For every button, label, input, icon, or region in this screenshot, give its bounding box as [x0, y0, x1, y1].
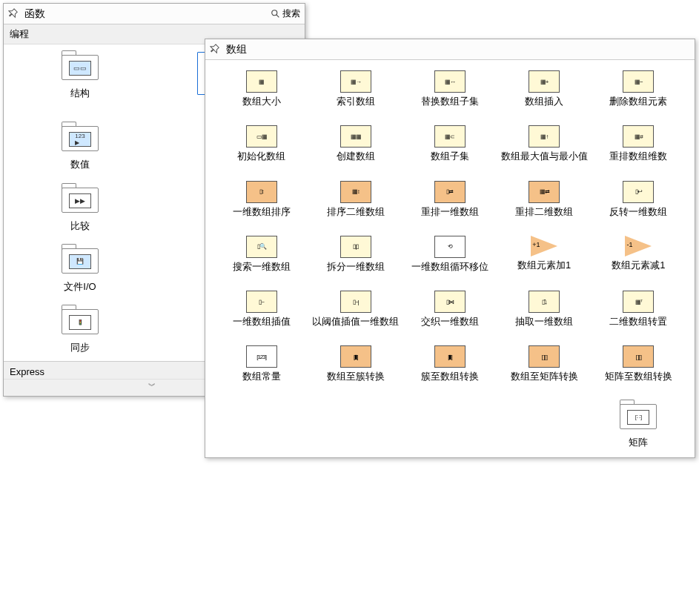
category-label: 文件I/O — [64, 281, 96, 293]
function-label: 数组子集 — [431, 150, 469, 162]
function-icon: ▦+ — [529, 70, 560, 93]
function-item[interactable]: ▦↔替换数组子集 — [404, 70, 496, 107]
category-label: 结构 — [70, 87, 90, 99]
function-item[interactable]: [▮]簇至数组转换 — [404, 345, 496, 382]
function-icon: ▦↔ — [434, 70, 466, 93]
function-item[interactable]: ▯~|以阈值插值一维数组 — [310, 291, 402, 328]
function-item[interactable]: ▦数组大小 — [216, 70, 308, 107]
function-icon: ▦⇄ — [529, 181, 560, 203]
function-label: 数组至簇转换 — [327, 371, 385, 382]
function-label: 重排二维数组 — [515, 206, 573, 218]
panel-header: 函数 搜索 — [4, 4, 305, 24]
function-label: 初始化数组 — [237, 150, 285, 162]
function-item[interactable]: [ ][ ]矩阵至数组转换 — [592, 345, 684, 382]
svg-line-1 — [276, 14, 279, 17]
function-item[interactable]: [▮]数组至簇转换 — [310, 345, 402, 382]
function-icon: ▦▦ — [340, 125, 371, 148]
category-item[interactable]: ▶▶比较 — [39, 185, 121, 232]
function-label: 搜索一维数组 — [233, 261, 291, 273]
folder-icon: 🚦 — [60, 306, 100, 339]
function-item[interactable]: ▦↑数组最大值与最小值 — [498, 125, 590, 162]
function-grid: ▦数组大小▦→索引数组▦↔替换数组子集▦+数组插入▦−删除数组元素▭▦初始化数组… — [205, 60, 695, 457]
function-icon: ▦↑ — [529, 125, 560, 148]
function-icon: ▦− — [623, 70, 654, 93]
function-item[interactable]: +1数组元素加1 — [498, 236, 590, 273]
function-item[interactable]: ▭▦初始化数组 — [216, 125, 308, 162]
function-icon: ▯~ — [246, 291, 277, 313]
function-item[interactable]: ▦⇄重排二维数组 — [498, 181, 590, 218]
function-item[interactable]: [123]数组常量 — [216, 345, 308, 382]
function-label: 矩阵 — [629, 437, 648, 448]
category-item[interactable]: ▭▭结构 — [39, 52, 121, 110]
function-label: 重排一维数组 — [421, 206, 479, 218]
function-item[interactable]: ▯⋈交织一维数组 — [404, 291, 496, 328]
function-item[interactable]: ▦↕排序二维数组 — [310, 181, 402, 218]
search-button[interactable]: 搜索 — [271, 7, 300, 20]
function-label: 一维数组插值 — [233, 316, 291, 328]
function-label: 索引数组 — [337, 96, 375, 107]
function-icon: [▮] — [340, 345, 371, 368]
pin-icon[interactable] — [210, 44, 222, 56]
function-item[interactable]: ▯|▯拆分一维数组 — [310, 236, 402, 273]
category-label: 比较 — [70, 220, 90, 232]
folder-icon: 💾 — [60, 245, 100, 278]
function-item[interactable]: ▦▦创建数组 — [310, 125, 402, 162]
function-item[interactable]: ▦→索引数组 — [310, 70, 402, 107]
function-item[interactable]: ▦#重排数组维数 — [592, 125, 684, 162]
function-item[interactable]: ▯↕一维数组排序 — [216, 181, 308, 218]
folder-icon: [∷] — [618, 401, 658, 434]
function-item[interactable]: ⟲一维数组循环移位 — [404, 236, 496, 273]
folder-icon: 123▶ — [60, 123, 100, 156]
function-icon: ▦# — [623, 125, 654, 148]
function-icon: ▦→ — [340, 70, 371, 93]
function-icon: ▯~| — [340, 291, 371, 313]
function-label: 排序二维数组 — [327, 206, 385, 218]
function-icon: ▯↩ — [623, 181, 654, 203]
function-item[interactable]: ▯🔍搜索一维数组 — [216, 236, 308, 273]
function-item[interactable]: -1数组元素减1 — [592, 236, 684, 273]
function-item[interactable]: [ ][ ]数组至矩阵转换 — [498, 345, 590, 382]
function-label: 数组插入 — [525, 96, 563, 107]
function-label: 反转一维数组 — [609, 206, 667, 218]
function-label: 数组至矩阵转换 — [511, 371, 578, 382]
category-label: 同步 — [70, 342, 90, 354]
function-label: 拆分一维数组 — [327, 261, 385, 273]
subfolder-item[interactable]: [∷]矩阵 — [592, 401, 684, 448]
function-item[interactable]: ▯~一维数组插值 — [216, 291, 308, 328]
function-label: 删除数组元素 — [609, 96, 667, 107]
function-label: 替换数组子集 — [421, 96, 479, 107]
category-item[interactable]: 🚦同步 — [39, 306, 121, 354]
function-item[interactable]: ▯↩反转一维数组 — [592, 181, 684, 218]
function-icon: ▯⇄ — [434, 181, 466, 203]
function-icon: ▦ᵀ — [623, 291, 654, 313]
function-label: 簇至数组转换 — [421, 371, 479, 382]
function-icon: +1 — [531, 236, 557, 256]
category-label: 数值 — [70, 159, 90, 170]
function-icon: ▦ — [246, 70, 277, 93]
subpalette-header: 数组 — [205, 39, 695, 60]
function-item[interactable]: ▯⇄重排一维数组 — [404, 181, 496, 218]
function-item[interactable]: ▦+数组插入 — [498, 70, 590, 107]
function-icon: [ ][ ] — [623, 345, 654, 368]
function-item[interactable]: ▯⤵抽取一维数组 — [498, 291, 590, 328]
function-item[interactable]: ▦ᵀ二维数组转置 — [592, 291, 684, 328]
pin-icon[interactable] — [8, 8, 20, 20]
function-label: 以阈值插值一维数组 — [312, 316, 399, 328]
function-label: 交织一维数组 — [421, 316, 479, 328]
function-label: 数组最大值与最小值 — [501, 150, 588, 162]
function-icon: -1 — [625, 236, 652, 256]
function-icon: ▦↕ — [340, 181, 371, 203]
category-item[interactable]: 💾文件I/O — [39, 245, 121, 293]
function-label: 抽取一维数组 — [515, 316, 573, 328]
function-icon: [ ][ ] — [529, 345, 560, 368]
function-icon: ▯↕ — [246, 181, 277, 203]
function-item[interactable]: ▦⊂数组子集 — [404, 125, 496, 162]
function-icon: ▯⤵ — [529, 291, 560, 313]
function-icon: ⟲ — [434, 236, 466, 258]
function-label: 数组常量 — [242, 371, 281, 382]
function-item[interactable]: ▦−删除数组元素 — [592, 70, 684, 107]
array-subpalette: 数组 ▦数组大小▦→索引数组▦↔替换数组子集▦+数组插入▦−删除数组元素▭▦初始… — [205, 39, 695, 458]
search-label: 搜索 — [282, 7, 300, 20]
function-icon: [▮] — [434, 345, 466, 368]
category-item[interactable]: 123▶数值 — [39, 123, 121, 170]
